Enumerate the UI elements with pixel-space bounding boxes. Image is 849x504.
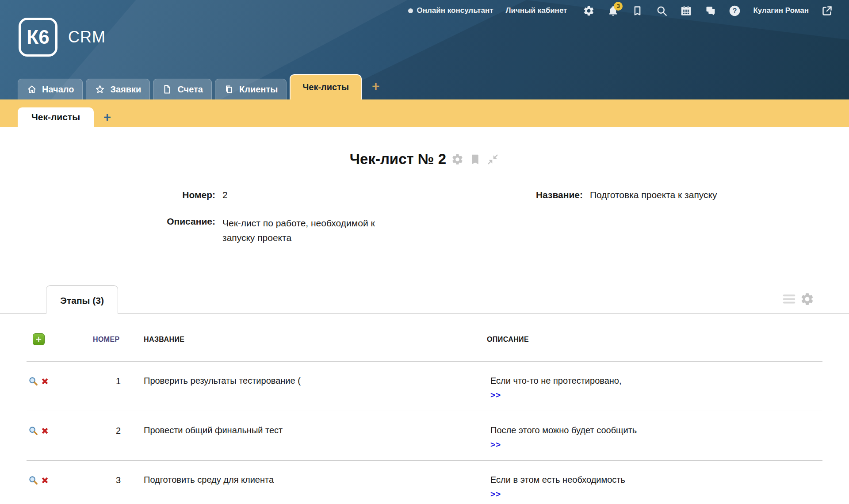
online-consultant-link[interactable]: Онлайн консультант bbox=[408, 6, 493, 15]
stage-number: 2 bbox=[93, 425, 144, 436]
stages-tab-bar: Этапы (3) bbox=[0, 282, 849, 314]
topbar: Онлайн консультант Личный кабинет 3 ? Ку… bbox=[408, 0, 849, 21]
add-tab-button[interactable]: + bbox=[372, 80, 380, 93]
tab-label: Чек-листы bbox=[302, 82, 349, 92]
stage-description-text: После этого можно будет сообщить bbox=[490, 425, 822, 435]
record-settings-gear-icon[interactable] bbox=[451, 153, 464, 166]
help-icon[interactable]: ? bbox=[729, 5, 741, 17]
row-actions bbox=[27, 376, 93, 386]
delete-x-icon[interactable] bbox=[40, 376, 50, 386]
tab-label: Заявки bbox=[110, 84, 141, 95]
tab-requests[interactable]: Заявки bbox=[86, 79, 150, 99]
tab-clients[interactable]: Клиенты bbox=[215, 79, 287, 99]
number-field-label: Номер: bbox=[0, 190, 215, 200]
record-fields: Номер: 2 Название: Подготовка проекта к … bbox=[0, 190, 849, 245]
row-actions bbox=[27, 475, 93, 485]
table-row: 1 Проверить результаты тестирование ( Ес… bbox=[27, 361, 822, 411]
tab-invoices[interactable]: Счета bbox=[153, 79, 212, 99]
delete-x-icon[interactable] bbox=[40, 426, 50, 436]
online-status-dot bbox=[408, 8, 413, 13]
list-menu-icon[interactable] bbox=[782, 292, 796, 306]
table-row: 3 Подготовить среду для клиента Если в э… bbox=[27, 460, 822, 504]
gear-icon[interactable] bbox=[583, 5, 595, 17]
stages-toolbar bbox=[782, 292, 815, 306]
chat-icon[interactable] bbox=[704, 5, 716, 17]
tab-label: Клиенты bbox=[239, 84, 278, 95]
view-magnifier-icon[interactable] bbox=[28, 426, 38, 436]
expand-description-link[interactable]: >> bbox=[490, 440, 501, 450]
stages-table-header: НОМЕР НАЗВАНИЕ ОПИСАНИЕ bbox=[27, 314, 822, 361]
stage-number: 1 bbox=[93, 376, 144, 386]
tab-home[interactable]: Начало bbox=[18, 79, 83, 99]
user-name[interactable]: Кулагин Роман bbox=[753, 6, 809, 15]
description-field-label: Описание: bbox=[0, 216, 215, 227]
column-header-number[interactable]: НОМЕР bbox=[93, 336, 144, 344]
stage-description-text: Если что-то не протестировано, bbox=[490, 376, 822, 386]
document-icon bbox=[162, 84, 172, 95]
stage-description: Если в этом есть необходимость >> bbox=[487, 475, 822, 499]
sub-tab-bar: Чек-листы + bbox=[0, 99, 849, 127]
expand-description-link[interactable]: >> bbox=[490, 489, 501, 499]
tab-label: Счета bbox=[177, 84, 203, 95]
page-title: Чек-лист № 2 bbox=[350, 151, 446, 168]
logo-product-name: CRM bbox=[68, 28, 106, 46]
name-field-label: Название: bbox=[528, 190, 583, 200]
name-field-value: Подготовка проекта к запуску bbox=[583, 190, 849, 200]
stages-table: НОМЕР НАЗВАНИЕ ОПИСАНИЕ 1 Проверить резу… bbox=[27, 314, 822, 504]
tab-label: Начало bbox=[42, 84, 74, 95]
delete-x-icon[interactable] bbox=[40, 475, 50, 485]
view-magnifier-icon[interactable] bbox=[28, 475, 38, 485]
stage-description: После этого можно будет сообщить >> bbox=[487, 425, 822, 450]
logout-icon[interactable] bbox=[821, 5, 833, 17]
number-field-value: 2 bbox=[215, 190, 528, 200]
add-subtab-button[interactable]: + bbox=[103, 111, 111, 124]
home-icon bbox=[27, 84, 37, 95]
stage-name: Проверить результаты тестирование ( bbox=[144, 376, 487, 386]
copy-icon bbox=[224, 84, 234, 95]
app-header: К6 CRM Онлайн консультант Личный кабинет… bbox=[0, 0, 849, 99]
row-actions bbox=[27, 426, 93, 436]
record-title-row: Чек-лист № 2 bbox=[0, 151, 849, 168]
bookmark-icon[interactable] bbox=[631, 5, 643, 17]
stage-description-text: Если в этом есть необходимость bbox=[490, 475, 822, 485]
description-field-value: Чек-лист по работе, необходимой к запуск… bbox=[215, 216, 405, 245]
column-header-description[interactable]: ОПИСАНИЕ bbox=[487, 336, 822, 344]
main-tab-bar: Начало Заявки Счета Клиенты Чек-листы + bbox=[18, 74, 849, 99]
stage-name: Провести общий финальный тест bbox=[144, 425, 487, 435]
table-settings-gear-icon[interactable] bbox=[800, 292, 815, 306]
plus-icon bbox=[34, 335, 43, 344]
tab-checklists[interactable]: Чек-листы bbox=[290, 74, 362, 99]
table-row: 2 Провести общий финальный тест После эт… bbox=[27, 411, 822, 460]
app-logo[interactable]: К6 CRM bbox=[19, 18, 106, 57]
personal-cabinet-link[interactable]: Личный кабинет bbox=[506, 6, 567, 15]
column-header-name[interactable]: НАЗВАНИЕ bbox=[144, 336, 487, 344]
view-magnifier-icon[interactable] bbox=[28, 376, 38, 386]
logo-mark: К6 bbox=[19, 18, 57, 57]
search-icon[interactable] bbox=[656, 5, 668, 17]
calendar-icon[interactable] bbox=[680, 5, 692, 17]
stage-number: 3 bbox=[93, 475, 144, 485]
stage-name: Подготовить среду для клиента bbox=[144, 475, 487, 485]
expand-description-link[interactable]: >> bbox=[490, 390, 501, 400]
stage-description: Если что-то не протестировано, >> bbox=[487, 376, 822, 400]
add-stage-button[interactable] bbox=[33, 333, 45, 345]
notification-badge: 3 bbox=[614, 2, 623, 11]
online-consultant-label: Онлайн консультант bbox=[417, 6, 493, 15]
tab-stages[interactable]: Этапы (3) bbox=[46, 285, 118, 314]
subtab-checklists[interactable]: Чек-листы bbox=[18, 107, 94, 127]
record-bookmark-icon[interactable] bbox=[469, 153, 482, 166]
svg-text:?: ? bbox=[733, 7, 737, 15]
bell-icon[interactable]: 3 bbox=[607, 5, 619, 17]
star-icon bbox=[95, 84, 105, 95]
collapse-icon[interactable] bbox=[486, 153, 499, 166]
